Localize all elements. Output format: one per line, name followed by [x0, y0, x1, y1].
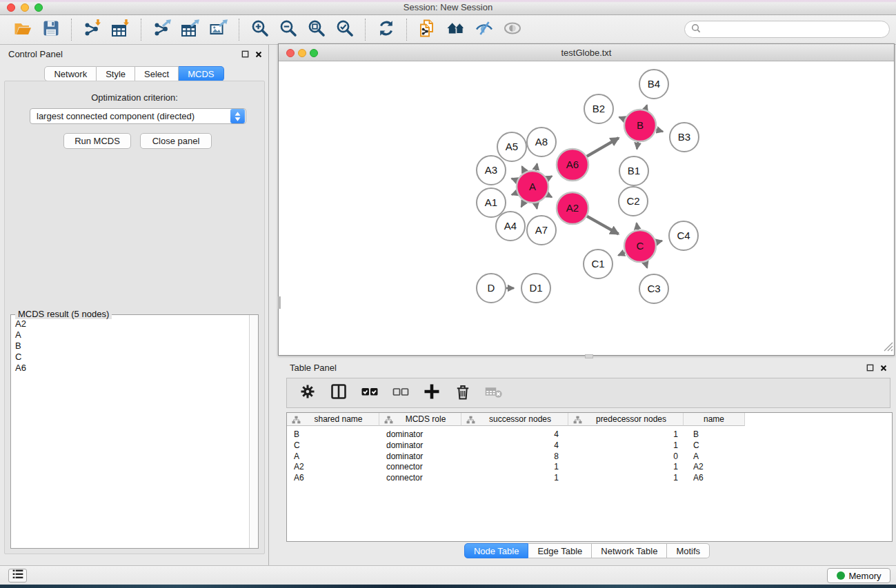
- cell-predecessor-nodes[interactable]: 0: [568, 451, 684, 462]
- result-node-item[interactable]: A6: [15, 363, 248, 374]
- node-A6[interactable]: A6: [557, 149, 588, 181]
- home-button[interactable]: [443, 17, 468, 42]
- node-B4[interactable]: B4: [639, 70, 668, 99]
- edge-B-B1[interactable]: [637, 142, 638, 150]
- cell-MCDS-role[interactable]: dominator: [379, 440, 461, 451]
- edge-C-C4[interactable]: [656, 241, 662, 242]
- tab-select[interactable]: Select: [135, 66, 179, 81]
- open-file-button[interactable]: [10, 17, 35, 42]
- result-node-item[interactable]: C: [15, 352, 248, 363]
- edge-B-B2[interactable]: [619, 117, 625, 119]
- node-A5[interactable]: A5: [497, 132, 526, 161]
- edge-B-B4[interactable]: [646, 105, 647, 110]
- edge-A-A4[interactable]: [521, 201, 525, 207]
- memory-button[interactable]: Memory: [827, 568, 890, 583]
- add-column-button[interactable]: [422, 383, 441, 403]
- deselect-all-button[interactable]: [391, 383, 410, 403]
- resize-grip-icon[interactable]: [884, 342, 893, 354]
- zoom-out-button[interactable]: [275, 17, 301, 42]
- task-history-button[interactable]: [8, 569, 27, 582]
- import-table-button[interactable]: [108, 17, 133, 42]
- node-B[interactable]: B: [624, 110, 656, 141]
- cell-name[interactable]: B: [684, 429, 745, 440]
- cell-name[interactable]: C: [684, 440, 745, 451]
- edge-A6-B[interactable]: [587, 138, 619, 156]
- delete-column-button[interactable]: [453, 383, 472, 403]
- network-from-table-button[interactable]: [415, 17, 440, 42]
- column-header-MCDS-role[interactable]: MCDS role: [379, 413, 461, 426]
- node-C2[interactable]: C2: [619, 187, 648, 216]
- cell-successor-nodes[interactable]: 8: [461, 451, 568, 462]
- network-window-titlebar[interactable]: testGlobe.txt: [279, 44, 894, 61]
- column-header-predecessor-nodes[interactable]: predecessor nodes: [568, 413, 684, 426]
- search-field[interactable]: [684, 21, 890, 38]
- column-header-name[interactable]: name: [684, 413, 745, 426]
- edge-A2-C[interactable]: [587, 216, 619, 234]
- edge-A-A8[interactable]: [536, 163, 537, 170]
- tab-motifs[interactable]: Motifs: [667, 543, 710, 558]
- edge-A-A7[interactable]: [536, 203, 537, 209]
- edge-C-C1[interactable]: [618, 252, 625, 255]
- node-A4[interactable]: A4: [496, 212, 525, 241]
- node-A1[interactable]: A1: [477, 188, 506, 217]
- edge-A-A1[interactable]: [512, 193, 517, 195]
- tab-node-table[interactable]: Node Table: [464, 543, 529, 558]
- close-panel-icon[interactable]: [255, 49, 263, 61]
- cell-shared-name[interactable]: A: [287, 451, 379, 462]
- node-A8[interactable]: A8: [527, 128, 556, 156]
- export-image-button[interactable]: [206, 17, 231, 42]
- search-input[interactable]: [701, 23, 889, 37]
- edge-B-B3[interactable]: [656, 130, 663, 132]
- node-A[interactable]: A: [517, 171, 548, 203]
- cell-successor-nodes[interactable]: 4: [461, 429, 568, 440]
- result-node-item[interactable]: B: [15, 341, 248, 352]
- tab-style[interactable]: Style: [97, 66, 135, 81]
- cell-predecessor-nodes[interactable]: 1: [568, 440, 684, 451]
- node-C1[interactable]: C1: [584, 250, 613, 278]
- table-row-B[interactable]: Bdominator41B: [287, 429, 745, 440]
- edge-A-A6[interactable]: [547, 176, 552, 179]
- export-network-button[interactable]: [149, 17, 175, 42]
- node-B1[interactable]: B1: [619, 156, 648, 185]
- toggle-columns-button[interactable]: [329, 383, 348, 403]
- node-D1[interactable]: D1: [521, 274, 550, 303]
- table-settings-button[interactable]: [298, 383, 317, 403]
- table-row-C[interactable]: Cdominator41C: [287, 440, 745, 451]
- table-row-A6[interactable]: A6connector11A6: [287, 472, 745, 483]
- cell-MCDS-role[interactable]: dominator: [379, 451, 461, 462]
- column-header-successor-nodes[interactable]: successor nodes: [461, 413, 568, 426]
- tab-mcds[interactable]: MCDS: [179, 66, 223, 81]
- node-A2[interactable]: A2: [557, 192, 588, 224]
- edge-C-C3[interactable]: [645, 262, 647, 268]
- cell-MCDS-role[interactable]: connector: [379, 472, 461, 483]
- network-graph[interactable]: B4B2BB3A8A5A6A3B1AC2A1A2A4A7C4CC1DD1C3: [279, 61, 894, 355]
- zoom-selected-button[interactable]: [332, 17, 357, 42]
- cell-name[interactable]: A6: [684, 472, 745, 483]
- optimization-criterion-select[interactable]: largest connected component (directed): [30, 108, 246, 124]
- cell-name[interactable]: A2: [684, 461, 745, 472]
- cell-successor-nodes[interactable]: 4: [461, 440, 568, 451]
- tab-edge-table[interactable]: Edge Table: [528, 543, 592, 558]
- cell-shared-name[interactable]: B: [287, 429, 379, 440]
- export-table-button[interactable]: [177, 17, 203, 42]
- node-B3[interactable]: B3: [670, 123, 699, 152]
- zoom-fit-button[interactable]: [303, 17, 329, 42]
- node-C3[interactable]: C3: [639, 274, 668, 303]
- node-D[interactable]: D: [477, 274, 506, 303]
- node-B2[interactable]: B2: [584, 94, 613, 123]
- float-table-panel-icon[interactable]: [866, 363, 875, 375]
- node-A3[interactable]: A3: [477, 156, 506, 185]
- cell-name[interactable]: A: [684, 451, 745, 462]
- result-node-item[interactable]: A: [15, 330, 248, 341]
- table-row-A2[interactable]: A2connector11A2: [287, 461, 745, 472]
- node-A7[interactable]: A7: [527, 216, 556, 245]
- cell-predecessor-nodes[interactable]: 1: [568, 461, 684, 472]
- column-header-shared-name[interactable]: shared name: [287, 413, 379, 426]
- result-node-item[interactable]: A2: [15, 318, 248, 330]
- tab-network-table[interactable]: Network Table: [592, 543, 667, 558]
- result-scrollbar[interactable]: [249, 315, 258, 548]
- cell-shared-name[interactable]: A2: [287, 461, 379, 472]
- cell-successor-nodes[interactable]: 1: [461, 472, 568, 483]
- select-all-button[interactable]: [360, 383, 379, 403]
- tab-network[interactable]: Network: [44, 66, 97, 81]
